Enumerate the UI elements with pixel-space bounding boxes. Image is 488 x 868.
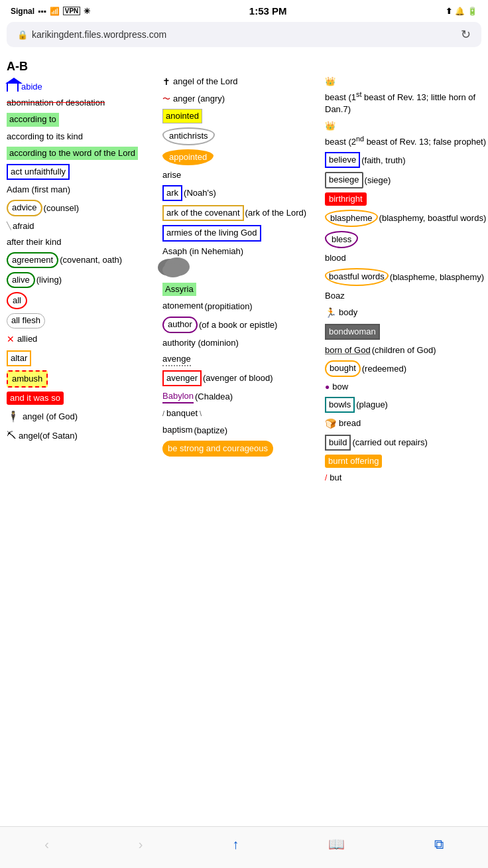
entry-but: / but [325, 472, 488, 484]
word-boaz: Boaz [325, 290, 345, 302]
word-bought: bought [325, 360, 361, 376]
entry-anger: 〜 anger (angry) [162, 93, 320, 105]
browser-bar[interactable]: 🔒 karikingdent.files.wordpress.com ↻ [7, 22, 481, 47]
back-button[interactable]: ‹ [34, 834, 60, 855]
alarm-icon: 🔔 [455, 7, 465, 16]
word-born-of-god: born of God [325, 344, 371, 356]
entry-bondwoman: bondwoman [325, 324, 488, 340]
bookmarks-button[interactable]: 📖 [318, 833, 355, 855]
word-author: author [162, 317, 198, 332]
entry-bought: bought (redeemed) [325, 360, 488, 376]
entry-adam: Adam (first man) [7, 184, 157, 196]
entry-all-flesh: all flesh [7, 313, 157, 328]
bottom-nav: ‹ › ↑ 📖 ⧉ [0, 826, 488, 868]
word-abomination: abomination of desolation [7, 97, 105, 109]
battery-icon: 🔋 [467, 7, 477, 16]
word-angel-satan: angel(of Satan) [19, 430, 78, 442]
paren-believe: (faith, truth) [361, 154, 405, 167]
word-bow: bow [332, 381, 348, 393]
entry-atonement: atonement (propitiation) [162, 300, 320, 313]
word-baptism: baptism [162, 424, 193, 436]
word-avenge: avenge [162, 353, 191, 366]
word-according-word: according to the word of the Lord [7, 147, 138, 160]
entry-assyria: Assyria [162, 283, 320, 296]
word-advice: advice [7, 200, 42, 216]
column-3: 👑 beast (1st beast of Rev. 13; little ho… [322, 58, 488, 488]
entry-allied: ✕ allied [7, 332, 157, 346]
word-according-to: according to [7, 113, 59, 126]
main-content: A-B abide abomination of desolation acco… [0, 52, 488, 494]
word-alive: alive [7, 272, 35, 288]
entry-avenge: avenge [162, 353, 320, 366]
paren-blaspheme: (blasphemy, boastful words) [379, 212, 487, 225]
url-bar[interactable]: 🔒 karikingdent.files.wordpress.com [17, 29, 166, 40]
word-besiege: besiege [325, 172, 363, 188]
entry-afraid: ╲ afraid [7, 220, 157, 232]
paren-besiege: (siege) [365, 174, 391, 187]
entry-build: build (carried out repairs) [325, 435, 488, 451]
entry-according-kind: according to its kind [7, 131, 157, 143]
word-birthright: birthright [325, 192, 367, 206]
signal-icon: ▪▪▪ [38, 7, 46, 16]
entry-blood: blood [325, 252, 488, 264]
word-be-strong: be strong and courageous [162, 441, 273, 457]
word-avenger: avenger [162, 370, 202, 386]
entry-after-kind: after their kind [7, 236, 157, 248]
time-display: 1:53 PM [249, 5, 287, 17]
forward-button[interactable]: › [128, 834, 154, 855]
entry-armies: armies of the living God [162, 225, 320, 241]
status-right: ⬆ 🔔 🔋 [446, 7, 477, 16]
entry-body: 🏃 body [325, 306, 488, 320]
word-after-kind: after their kind [7, 236, 61, 248]
entry-ambush: ambush [7, 370, 157, 388]
entry-besiege: besiege (siege) [325, 172, 488, 188]
entry-bless: bless [325, 231, 488, 248]
paren-babylon: (Chaldea) [195, 390, 233, 403]
entry-author: author (of a book or epistle) [162, 317, 320, 332]
entry-beast-2: 👑 beast (2nd beast of Rev. 13; false pro… [325, 119, 488, 148]
word-all-flesh: all flesh [7, 313, 45, 328]
paren-avenger: (avenger of blood) [203, 372, 273, 385]
word-antichrists: antichrists [162, 127, 215, 145]
status-bar: Signal ▪▪▪ 📶 VPN ✳ 1:53 PM ⬆ 🔔 🔋 [0, 0, 488, 19]
entry-abomination: abomination of desolation [7, 97, 157, 109]
word-bondwoman: bondwoman [325, 324, 380, 340]
word-ark-noahs: ark [162, 185, 182, 201]
paren-baptism: (baptize) [194, 424, 228, 437]
paren-author: (of a book or epistle) [199, 319, 278, 332]
word-believe: believe [325, 152, 360, 168]
entry-asaph: Asaph (in Nehemiah) [162, 246, 320, 257]
word-burnt-offering: burnt offering [325, 455, 382, 468]
entry-bread: 🍞 bread [325, 417, 488, 431]
entry-altar: altar [7, 350, 157, 366]
entry-born-of-god: born of God (children of God) [325, 344, 488, 357]
entry-beast-1: 👑 beast (1st beast of Rev. 13; little ho… [325, 75, 488, 115]
word-allied: allied [17, 333, 37, 345]
word-body: body [339, 307, 357, 319]
word-altar: altar [7, 350, 31, 366]
word-ark-covenant: ark of the covenant [162, 205, 244, 221]
entry-appointed: appointed [162, 149, 320, 165]
entry-advice: advice (counsel) [7, 200, 157, 216]
wifi-icon: 📶 [50, 7, 60, 16]
word-angel-lord: angel of the Lord [173, 76, 238, 88]
entry-avenger: avenger (avenger of blood) [162, 370, 320, 386]
word-authority: authority (dominion) [162, 337, 239, 349]
reload-button[interactable]: ↻ [461, 27, 471, 42]
entry-ash [162, 261, 320, 279]
word-according-kind: according to its kind [7, 131, 83, 143]
word-arise: arise [162, 169, 181, 181]
entry-be-strong: be strong and courageous [162, 441, 320, 457]
paren-ark-covenant: (ark of the Lord) [245, 206, 307, 220]
word-adam: Adam (first man) [7, 184, 70, 196]
entry-angel-god: 🕴 angel (of God) [7, 409, 157, 425]
word-armies: armies of the living God [162, 225, 261, 241]
entry-boaz: Boaz [325, 290, 488, 302]
word-atonement: atonement [162, 300, 203, 313]
tabs-button[interactable]: ⧉ [424, 834, 454, 855]
word-bless: bless [325, 231, 358, 248]
share-button[interactable]: ↑ [221, 834, 249, 855]
entry-ark-noahs: ark (Noah's) [162, 185, 320, 201]
entry-according-word: according to the word of the Lord [7, 147, 157, 160]
word-assyria: Assyria [162, 283, 196, 296]
